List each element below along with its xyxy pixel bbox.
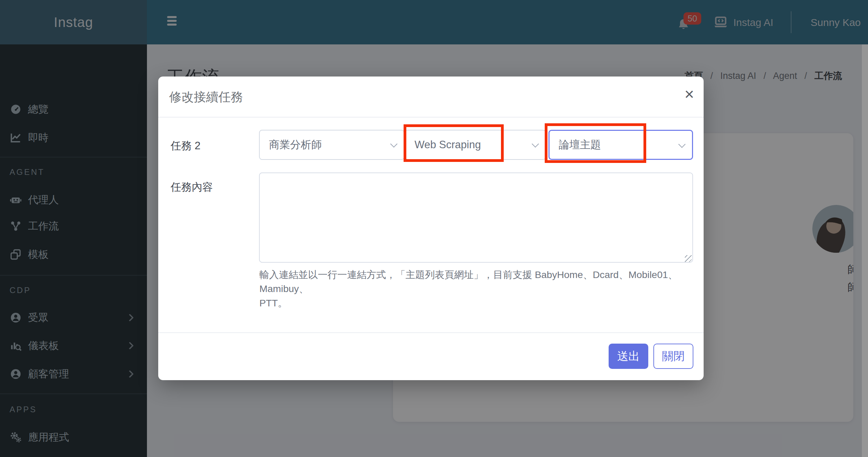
help-line: PTT。	[259, 296, 697, 310]
chevron-down-icon	[678, 141, 686, 148]
chevron-down-icon	[390, 140, 397, 148]
chevron-down-icon	[532, 140, 539, 148]
tool-select[interactable]: Web Scraping	[405, 130, 546, 160]
modal-header: 修改接續任務 ×	[158, 77, 704, 117]
submit-button[interactable]: 送出	[609, 344, 648, 369]
task-label: 任務 2	[171, 139, 201, 153]
task-content-input[interactable]	[259, 172, 693, 263]
resize-handle[interactable]	[685, 255, 692, 262]
content-label: 任務內容	[171, 180, 213, 194]
modal-footer-divider	[158, 332, 704, 333]
modal-dialog: 修改接續任務 × 任務 2 商業分析師 Web Scraping 論壇主題 任務…	[158, 77, 704, 380]
modal-title: 修改接續任務	[169, 89, 243, 106]
app-root: Instag 總覽 即時 AGENT 代理人	[0, 0, 868, 457]
close-button[interactable]: 關閉	[653, 344, 693, 369]
tool-select-value: Web Scraping	[415, 139, 481, 151]
scrollbar[interactable]	[862, 44, 868, 457]
source-select[interactable]: 論壇主題	[548, 130, 693, 160]
agent-select[interactable]: 商業分析師	[259, 130, 405, 160]
close-icon[interactable]: ×	[684, 86, 694, 102]
help-text: 輸入連結並以一行一連結方式，「主題列表頁網址」，目前支援 BabyHome、Dc…	[259, 268, 697, 310]
help-line: 輸入連結並以一行一連結方式，「主題列表頁網址」，目前支援 BabyHome、Dc…	[259, 268, 697, 296]
agent-select-value: 商業分析師	[269, 138, 322, 152]
source-select-value: 論壇主題	[559, 138, 601, 152]
